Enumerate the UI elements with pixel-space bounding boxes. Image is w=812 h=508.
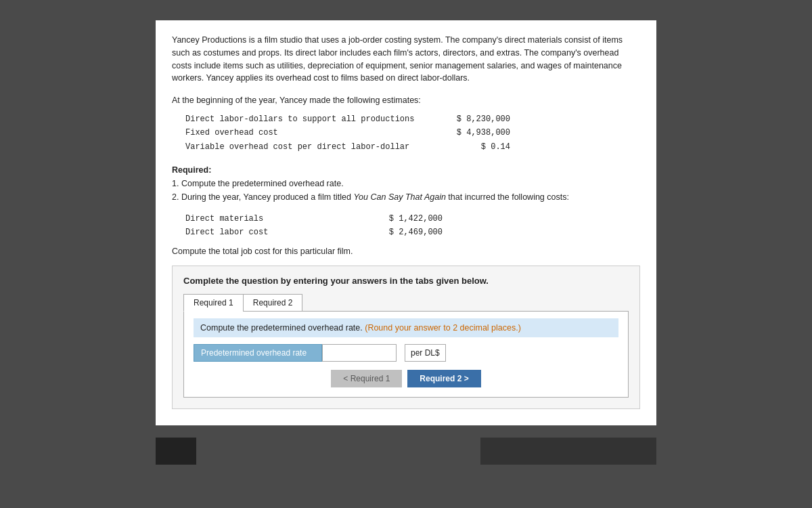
compute-text: Compute the total job cost for this part… <box>172 247 640 256</box>
answer-box-header: Complete the question by entering your a… <box>183 276 629 286</box>
estimate-label-0: Direct labor-dollars to support all prod… <box>185 112 436 126</box>
film-cost-row-1: Direct labor cost $ 2,469,000 <box>185 226 443 239</box>
estimate-row-1: Fixed overhead cost $ 4,938,000 <box>185 126 510 140</box>
required-section: Required: 1. Compute the predetermined o… <box>172 163 640 204</box>
content-area: Yancey Productions is a film studio that… <box>156 20 656 425</box>
bottom-bar <box>156 438 656 465</box>
estimate-label-1: Fixed overhead cost <box>185 126 436 140</box>
estimate-label-2: Variable overhead cost per direct labor-… <box>185 140 436 154</box>
input-unit-box: per DL$ <box>405 344 446 362</box>
problem-intro: Yancey Productions is a film studio that… <box>172 34 640 85</box>
tab-required1[interactable]: Required 1 <box>183 294 243 312</box>
film-costs-table: Direct materials $ 1,422,000 Direct labo… <box>185 212 640 240</box>
required-item-2-pre: 2. During the year, Yancey produced a fi… <box>172 192 353 202</box>
prev-button[interactable]: < Required 1 <box>331 370 402 387</box>
required-label: Required: <box>172 165 211 175</box>
nav-buttons: < Required 1 Required 2 > <box>194 370 618 387</box>
estimate-value-1: $ 4,938,000 <box>436 126 510 140</box>
required-item-1: 1. Compute the predetermined overhead ra… <box>172 179 344 188</box>
bottom-left-box <box>156 438 196 465</box>
page-wrapper: Yancey Productions is a film studio that… <box>0 0 812 508</box>
tab-content: Compute the predetermined overhead rate.… <box>183 311 629 398</box>
tab-instruction: Compute the predetermined overhead rate.… <box>194 318 618 337</box>
instruction-suffix: (Round your answer to 2 decimal places.) <box>365 323 521 333</box>
film-cost-label-1: Direct labor cost <box>185 226 368 239</box>
instruction-text: Compute the predetermined overhead rate. <box>200 323 363 333</box>
estimate-value-0: $ 8,230,000 <box>436 112 510 126</box>
estimates-section: At the beginning of the year, Yancey mad… <box>172 94 640 154</box>
input-row: Predetermined overhead rate per DL$ <box>194 344 618 362</box>
tabs-row: Required 1 Required 2 <box>183 294 629 312</box>
estimates-table: Direct labor-dollars to support all prod… <box>185 112 640 154</box>
overhead-rate-input[interactable] <box>322 344 397 362</box>
estimate-value-2: $ 0.14 <box>436 140 510 154</box>
bottom-right-box <box>480 438 656 465</box>
film-cost-value-1: $ 2,469,000 <box>368 226 443 239</box>
estimate-row-0: Direct labor-dollars to support all prod… <box>185 112 510 126</box>
answer-box: Complete the question by entering your a… <box>172 266 640 409</box>
estimate-row-2: Variable overhead cost per direct labor-… <box>185 140 510 154</box>
estimates-intro: At the beginning of the year, Yancey mad… <box>172 94 640 107</box>
required-item-2-post: that incurred the following costs: <box>446 192 569 202</box>
film-cost-label-0: Direct materials <box>185 212 368 226</box>
film-cost-row-0: Direct materials $ 1,422,000 <box>185 212 443 226</box>
tab-required2[interactable]: Required 2 <box>243 294 303 312</box>
input-label: Predetermined overhead rate <box>194 344 322 362</box>
next-button[interactable]: Required 2 > <box>407 370 480 387</box>
film-cost-value-0: $ 1,422,000 <box>368 212 443 226</box>
film-title: You Can Say That Again <box>353 192 445 202</box>
